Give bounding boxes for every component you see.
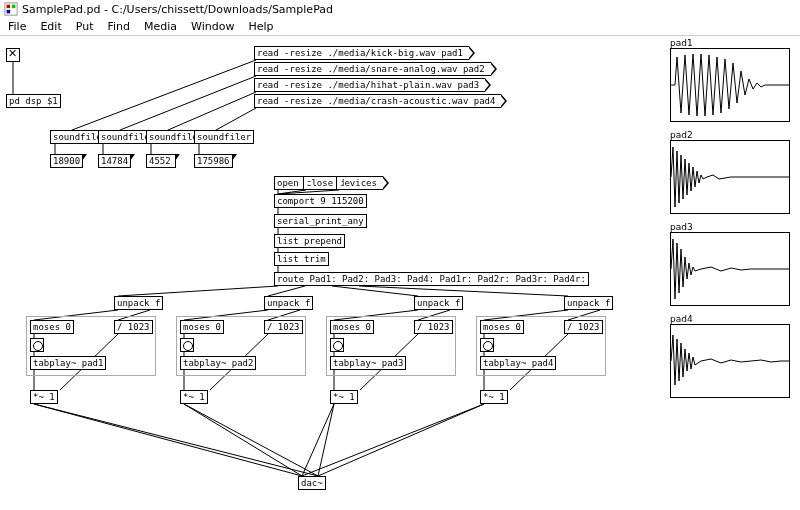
array-pad3[interactable] bbox=[670, 232, 790, 306]
dac-object[interactable]: dac~ bbox=[298, 476, 326, 490]
svg-rect-2 bbox=[12, 5, 16, 9]
menu-media[interactable]: Media bbox=[138, 19, 183, 34]
menubar: File Edit Put Find Media Window Help bbox=[0, 18, 800, 36]
svg-rect-1 bbox=[7, 5, 11, 9]
array-label-pad3: pad3 bbox=[670, 222, 693, 232]
svg-rect-3 bbox=[7, 10, 11, 14]
mult-ch3[interactable]: *~ 1 bbox=[330, 390, 358, 404]
svg-line-47 bbox=[318, 404, 334, 476]
menu-edit[interactable]: Edit bbox=[34, 19, 67, 34]
soundfiler-4[interactable]: soundfiler bbox=[194, 130, 254, 144]
waveform-pad2 bbox=[671, 141, 789, 213]
array-label-pad4: pad4 bbox=[670, 314, 693, 324]
serial-print-object[interactable]: serial_print_any bbox=[274, 214, 367, 228]
read-msg-pad2[interactable]: read -resize ./media/snare-analog.wav pa… bbox=[254, 62, 491, 76]
route-object[interactable]: route Pad1: Pad2: Pad3: Pad4: Pad1r: Pad… bbox=[274, 272, 589, 286]
window-titlebar: SamplePad.pd - C:/Users/chissett/Downloa… bbox=[0, 0, 800, 18]
menu-help[interactable]: Help bbox=[242, 19, 279, 34]
menu-window[interactable]: Window bbox=[185, 19, 240, 34]
svg-line-6 bbox=[120, 76, 256, 130]
svg-line-23 bbox=[359, 286, 568, 296]
canvas-ch2 bbox=[176, 316, 306, 376]
svg-line-31 bbox=[34, 404, 318, 476]
svg-line-5 bbox=[72, 60, 256, 130]
canvas-ch3 bbox=[326, 316, 456, 376]
waveform-pad1 bbox=[671, 49, 789, 121]
menu-file[interactable]: File bbox=[2, 19, 32, 34]
menu-put[interactable]: Put bbox=[70, 19, 100, 34]
svg-line-21 bbox=[268, 286, 305, 296]
sample-count-3[interactable]: 4552 bbox=[146, 154, 176, 168]
array-pad1[interactable] bbox=[670, 48, 790, 122]
read-msg-pad4[interactable]: read -resize ./media/crash-acoustic.wav … bbox=[254, 94, 501, 108]
pd-icon bbox=[4, 2, 18, 16]
svg-line-46 bbox=[302, 404, 334, 476]
svg-line-55 bbox=[318, 404, 484, 476]
canvas-ch4 bbox=[476, 316, 606, 376]
mult-ch2[interactable]: *~ 1 bbox=[180, 390, 208, 404]
svg-line-54 bbox=[302, 404, 484, 476]
array-pad4[interactable] bbox=[670, 324, 790, 398]
sample-count-1[interactable]: 18900 bbox=[50, 154, 83, 168]
read-msg-pad1[interactable]: read -resize ./media/kick-big.wav pad1 bbox=[254, 46, 469, 60]
mult-ch1[interactable]: *~ 1 bbox=[30, 390, 58, 404]
svg-line-38 bbox=[184, 404, 302, 476]
comport-object[interactable]: comport 9 115200 bbox=[274, 194, 367, 208]
menu-find[interactable]: Find bbox=[101, 19, 136, 34]
sample-count-2[interactable]: 14784 bbox=[98, 154, 131, 168]
mult-ch4[interactable]: *~ 1 bbox=[480, 390, 508, 404]
array-label-pad1: pad1 bbox=[670, 38, 693, 48]
waveform-pad3 bbox=[671, 233, 789, 305]
pd-canvas[interactable]: pd dsp $1 read -resize ./media/kick-big.… bbox=[0, 36, 800, 510]
unpack-ch1[interactable]: unpack f bbox=[114, 296, 163, 310]
open-msg[interactable]: open bbox=[274, 176, 305, 190]
unpack-ch3[interactable]: unpack f bbox=[414, 296, 463, 310]
unpack-ch2[interactable]: unpack f bbox=[264, 296, 313, 310]
svg-line-8 bbox=[216, 108, 256, 130]
array-pad2[interactable] bbox=[670, 140, 790, 214]
sample-count-4[interactable]: 175986 bbox=[194, 154, 233, 168]
list-trim-object[interactable]: list trim bbox=[274, 252, 329, 266]
unpack-ch4[interactable]: unpack f bbox=[564, 296, 613, 310]
read-msg-pad3[interactable]: read -resize ./media/hihat-plain.wav pad… bbox=[254, 78, 485, 92]
dsp-toggle[interactable] bbox=[6, 48, 20, 62]
pd-dsp-object[interactable]: pd dsp $1 bbox=[6, 94, 61, 108]
svg-line-20 bbox=[118, 286, 278, 296]
canvas-ch1 bbox=[26, 316, 156, 376]
svg-line-39 bbox=[184, 404, 318, 476]
svg-line-30 bbox=[34, 404, 302, 476]
waveform-pad4 bbox=[671, 325, 789, 397]
array-label-pad2: pad2 bbox=[670, 130, 693, 140]
window-title: SamplePad.pd - C:/Users/chissett/Downloa… bbox=[22, 3, 333, 16]
svg-line-7 bbox=[168, 92, 256, 130]
list-prepend-object[interactable]: list prepend bbox=[274, 234, 345, 248]
svg-line-22 bbox=[332, 286, 418, 296]
